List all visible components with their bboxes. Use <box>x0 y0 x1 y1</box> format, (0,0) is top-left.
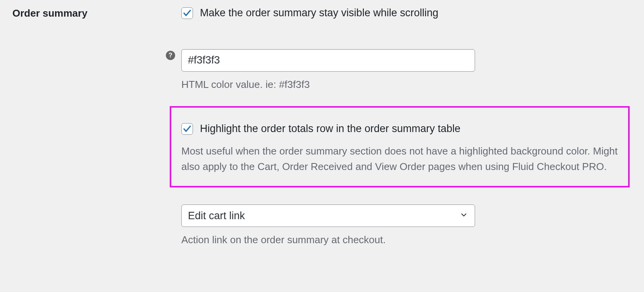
action-link-description: Action link on the order summary at chec… <box>181 232 632 247</box>
background-color-description: HTML color value. ie: #f3f3f3 <box>181 77 632 92</box>
action-link-select-wrapper: Edit cart link <box>181 204 475 227</box>
sticky-summary-label-text: Make the order summary stay visible whil… <box>200 6 438 21</box>
order-summary-settings-row: Order summary Make the order summary sta… <box>0 2 644 247</box>
section-content: Make the order summary stay visible whil… <box>181 2 644 247</box>
highlight-totals-label-text: Highlight the order totals row in the or… <box>200 122 460 136</box>
action-link-select[interactable]: Edit cart link <box>181 204 475 227</box>
action-link-field: Edit cart link Action link on the order … <box>181 204 632 247</box>
highlight-totals-checkbox[interactable] <box>181 123 193 135</box>
highlight-totals-label-row[interactable]: Highlight the order totals row in the or… <box>181 122 618 136</box>
checkmark-icon <box>183 9 192 18</box>
help-icon[interactable]: ? <box>166 51 175 60</box>
sticky-summary-field: Make the order summary stay visible whil… <box>181 2 632 21</box>
action-link-selected-value: Edit cart link <box>188 210 245 222</box>
section-label: Order summary <box>0 2 181 19</box>
highlight-totals-field: Highlight the order totals row in the or… <box>170 106 630 187</box>
background-color-field: ? HTML color value. ie: #f3f3f3 <box>181 21 632 92</box>
background-color-input[interactable] <box>181 49 475 72</box>
highlight-totals-description: Most useful when the order summary secti… <box>181 143 618 175</box>
sticky-summary-checkbox[interactable] <box>181 7 193 19</box>
checkmark-icon <box>183 124 192 134</box>
sticky-summary-label-row[interactable]: Make the order summary stay visible whil… <box>181 6 632 21</box>
